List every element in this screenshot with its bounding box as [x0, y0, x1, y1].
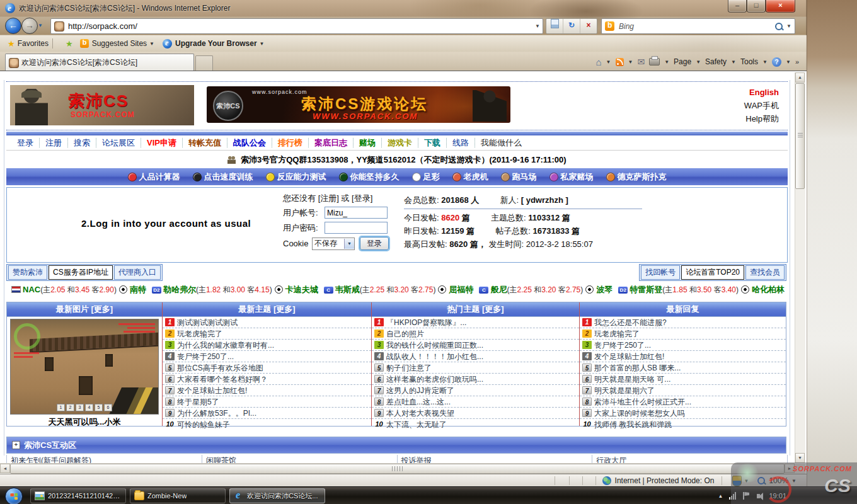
newest-member-link[interactable]: [ ydwrzhzh ]: [521, 195, 568, 205]
forum-category-link[interactable]: 投诉举报: [398, 455, 593, 463]
topic-row[interactable]: 2玩老虎输完了: [580, 328, 786, 340]
nav-item-12[interactable]: 下载: [418, 138, 447, 147]
back-button[interactable]: ←: [5, 18, 21, 34]
gamebar-link[interactable]: 德克萨斯扑克: [606, 171, 667, 183]
recent-pages-dropdown-icon[interactable]: ▼: [38, 23, 43, 28]
taskbar-button[interactable]: 欢迎访问索沛CS论坛...: [229, 488, 325, 503]
stop-button[interactable]: ×: [580, 19, 597, 33]
topic-row[interactable]: 7明天就是星期六了: [580, 385, 786, 396]
topic-row[interactable]: 2自己的照片: [372, 328, 579, 340]
nav-item-14[interactable]: 我能做什么: [475, 138, 527, 147]
expand-icon[interactable]: +: [12, 441, 20, 449]
english-link[interactable]: English: [744, 86, 779, 99]
topic-title[interactable]: 明天就是星期六了: [594, 386, 655, 396]
team-name[interactable]: 般尼: [490, 285, 507, 294]
topic-title[interactable]: 这男人的JJ肯定断了: [386, 386, 454, 396]
topic-title[interactable]: 这样老赢的老虎你们敢玩吗...: [386, 374, 483, 384]
topic-row[interactable]: 7这男人的JJ肯定断了: [372, 385, 579, 396]
topic-row[interactable]: 7发个足球贴士加红包!: [163, 385, 371, 396]
suggested-sites-link[interactable]: Suggested Sites: [92, 39, 147, 48]
topic-title[interactable]: 找师傅 教我长跳和弹跳: [594, 420, 672, 430]
register-link[interactable]: [注册]: [318, 193, 339, 203]
gamebar-link[interactable]: 老虎机: [452, 171, 488, 183]
nav-item-9[interactable]: 案底日志: [309, 138, 354, 147]
topic-row[interactable]: 4丧尸终于250了...: [163, 351, 371, 362]
topic-row[interactable]: 3我的钱什么时候能重回正数...: [372, 340, 579, 351]
help-icon[interactable]: ?: [772, 57, 781, 67]
topic-title[interactable]: 我的钱什么时候能重回正数...: [386, 340, 483, 350]
nav-item-2[interactable]: 注册: [40, 138, 68, 147]
announcement[interactable]: 索沛3号官方QQ群135313908，YY频道5162012（不定时送游戏卡）(…: [0, 154, 794, 166]
topic-title[interactable]: 差点吐血...这...这...: [386, 397, 451, 407]
quick-button[interactable]: 查找会员: [745, 265, 785, 280]
quick-button[interactable]: 找回帐号: [641, 265, 680, 280]
scroll-up-icon[interactable]: ▲: [795, 72, 805, 83]
tools-menu[interactable]: Tools: [740, 57, 758, 66]
forum-category-link[interactable]: 初来乍到(新手问题解答): [7, 455, 202, 463]
scroll-down-icon[interactable]: ▼: [795, 453, 805, 463]
topic-row[interactable]: 5那位CS高手有欢乐谷地图: [163, 362, 371, 374]
topic-title[interactable]: 大家看看哪个签名档好啊？: [177, 374, 268, 384]
address-dropdown-icon[interactable]: ▼: [532, 23, 543, 29]
safety-menu[interactable]: Safety: [705, 57, 727, 66]
topic-row[interactable]: 5豹子们注意了: [372, 362, 579, 374]
image-caption[interactable]: 天天黑可以吗...小米: [7, 416, 162, 428]
gamebar-link[interactable]: 人品计算器: [128, 171, 180, 183]
print-icon[interactable]: [649, 58, 660, 66]
add-favorite-icon[interactable]: ★: [66, 39, 73, 49]
topic-row[interactable]: 4发个足球贴士加红包!: [580, 351, 786, 362]
start-button[interactable]: [5, 488, 23, 504]
topic-title[interactable]: 明天就是星期天咯 可...: [594, 374, 670, 384]
nav-item-7[interactable]: 战队公会: [227, 138, 272, 147]
vertical-scrollbar[interactable]: ▲ ▼: [795, 72, 805, 463]
nav-item-13[interactable]: 线路: [447, 138, 475, 147]
cs-screenshot[interactable]: 123456: [10, 319, 159, 415]
nav-item-1[interactable]: 登录: [11, 138, 40, 147]
topic-title[interactable]: 自己的照片: [386, 329, 424, 339]
upgrade-browser-link[interactable]: Upgrade Your Browser: [175, 39, 257, 48]
topic-title[interactable]: 可怜的鲸鱼妹子: [177, 420, 230, 430]
interactive-section-header[interactable]: + 索沛CS互动区: [6, 437, 786, 454]
topic-title[interactable]: 那个首富的那人SB 哪来...: [594, 363, 681, 373]
team-name[interactable]: 波琴: [596, 285, 613, 294]
topic-title[interactable]: 发个足球贴士加红包!: [177, 386, 247, 396]
bing-search-box[interactable]: ▼: [601, 18, 795, 34]
rss-icon[interactable]: [616, 58, 624, 66]
topic-row[interactable]: 10找师傅 教我长跳和弹跳: [580, 419, 786, 430]
team-name[interactable]: 南特: [130, 285, 146, 294]
topic-row[interactable]: 9大家上课的时候老想女人吗: [580, 408, 786, 419]
help-dropdown-icon[interactable]: ▼: [786, 59, 791, 65]
topic-row[interactable]: 1我怎么还是不能进服?: [580, 317, 786, 328]
topic-title[interactable]: 丧尸终于250了...: [177, 352, 234, 362]
topic-title[interactable]: 为什么解放53F。。PI...: [177, 408, 256, 418]
compatibility-view-button[interactable]: [546, 19, 563, 33]
tab-sorpack[interactable]: 欢迎访问索沛CS论坛[索沛CS论坛]: [5, 54, 194, 71]
favorites-star-icon[interactable]: ★: [8, 39, 15, 49]
mail-icon[interactable]: ✉: [637, 57, 645, 67]
suggested-sites-dropdown-icon[interactable]: ▼: [149, 41, 154, 47]
topic-title[interactable]: 本人对老大表视失望: [386, 408, 454, 418]
home-icon[interactable]: ⌂: [596, 57, 602, 67]
nav-item-4[interactable]: 论坛展区: [96, 138, 141, 147]
nav-item-11[interactable]: 游戏卡: [382, 138, 418, 147]
rss-dropdown-icon[interactable]: ▼: [628, 59, 633, 65]
topic-title[interactable]: 发个足球贴士加红包!: [594, 352, 664, 362]
team-name[interactable]: NAC: [23, 285, 40, 294]
taskbar-button[interactable]: 20123214511210142.j...: [30, 488, 126, 503]
help-link[interactable]: Help帮助: [744, 112, 779, 125]
new-tab-button[interactable]: [195, 55, 213, 71]
topic-title[interactable]: 『HKPIOP督察戰隊』...: [386, 318, 466, 328]
cookie-select[interactable]: 不保存 ▼: [312, 238, 355, 250]
quick-button[interactable]: CS服务器IP地址: [49, 265, 113, 280]
topic-row[interactable]: 2玩老虎输完了: [163, 328, 371, 340]
header-banner[interactable]: 索沛CS www.sorpack.com 索沛CS游戏论坛 WWW.SORPAC…: [207, 86, 510, 123]
gamebar-link[interactable]: 私家赌场: [549, 171, 594, 183]
team-name[interactable]: 屈福特: [449, 285, 473, 294]
signin-link[interactable]: [登录]: [352, 193, 372, 203]
topic-title[interactable]: 大家上课的时候老想女人吗: [594, 408, 685, 418]
topic-row[interactable]: 10可怜的鲸鱼妹子: [163, 419, 371, 430]
nav-item-3[interactable]: 搜索: [68, 138, 96, 147]
team-name[interactable]: 勒哈弗尔: [163, 285, 196, 294]
gamebar-link[interactable]: 你能坚持多久: [339, 171, 400, 183]
team-name[interactable]: 韦斯咸: [335, 285, 360, 294]
